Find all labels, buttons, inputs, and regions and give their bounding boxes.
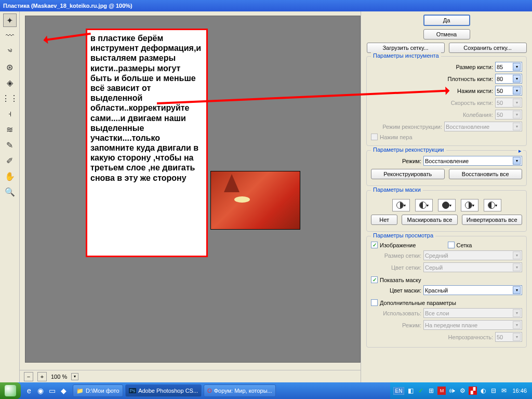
tray-icon-6[interactable]: ◐ [479, 387, 487, 395]
mask-invert-icon[interactable]: ▾ [484, 199, 501, 211]
bloat-tool[interactable]: ◈ [3, 76, 17, 89]
mask-color-combo[interactable]: Красный▾ [423, 285, 522, 295]
show-mesh-label: Сетка [457, 242, 523, 248]
mode2-label: Режим: [371, 322, 421, 328]
mask-add-icon[interactable]: ▾ [415, 199, 433, 211]
mirror-tool[interactable]: ⫞ [3, 107, 17, 121]
recon-mode2-label: Режим: [371, 158, 421, 164]
tool-column: ✦ 〰 ༄ ⊛ ◈ ⋮⋮ ⫞ ≋ ✎ ✐ ✋ 🔍 [0, 11, 20, 382]
reconstruct-button[interactable]: Реконструировать [371, 169, 445, 179]
push-left-tool[interactable]: ⋮⋮ [3, 91, 17, 105]
tray-icon-7[interactable]: ⊟ [489, 387, 498, 395]
opacity-combo: 50▾ [495, 332, 522, 342]
thaw-mask-tool[interactable]: ✐ [3, 154, 17, 167]
forward-warp-tool[interactable]: ✦ [3, 14, 17, 27]
windows-logo-icon [5, 385, 16, 396]
brush-pressure-combo[interactable]: 50▾ [495, 86, 522, 96]
brush-size-combo[interactable]: 85▾ [495, 62, 522, 72]
mask-replace-icon[interactable]: ▾ [392, 199, 410, 211]
additional-check[interactable] [371, 299, 378, 306]
zoom-in-icon[interactable]: + [37, 372, 47, 381]
ps-icon: Ps [129, 388, 137, 393]
recon-options-group: Параметры реконструкции ▸ Режим:Восстано… [366, 150, 527, 186]
twirl-tool[interactable]: ༄ [3, 45, 17, 58]
opacity-label: Непрозрачность: [371, 334, 493, 340]
ie-icon[interactable]: e [24, 384, 34, 397]
turbulence-label: Колебания: [371, 112, 493, 118]
arrow-to-tool [44, 33, 91, 41]
hand-tool[interactable]: ✋ [3, 169, 17, 183]
language-indicator[interactable]: EN [393, 387, 405, 395]
cancel-button[interactable]: Отмена [423, 29, 470, 39]
task-browser[interactable]: OФорум: Мир, которы... [204, 384, 276, 397]
recon-mode-label: Режим реконструкции: [371, 124, 442, 130]
save-mesh-button[interactable]: Сохранить сетку... [449, 43, 527, 53]
restore-all-button[interactable]: Восстановить все [449, 169, 523, 179]
task-explorer[interactable]: 📁D:\Мои фото [73, 384, 123, 397]
mask-color-label: Цвет маски: [371, 287, 421, 294]
use-label: Использовать: [371, 310, 421, 316]
clock[interactable]: 16:46 [510, 388, 529, 394]
quick-launch: e ◉ ▭ ◆ [21, 384, 72, 397]
tray-icon-2[interactable]: ✓ [417, 387, 425, 395]
brush-density-combo[interactable]: 80▾ [495, 74, 522, 84]
recon-play-icon[interactable]: ▸ [517, 148, 523, 154]
freeze-mask-tool[interactable]: ✎ [3, 138, 17, 152]
show-image-check[interactable]: ✓ [371, 242, 378, 248]
pucker-tool[interactable]: ⊛ [3, 60, 17, 74]
load-mesh-button[interactable]: Загрузить сетку... [367, 43, 445, 53]
canvas-zone: в пластике берём инструмент деформация,и… [20, 11, 361, 382]
mask-none-button[interactable]: Нет [371, 215, 397, 225]
main-area: ✦ 〰 ༄ ⊛ ◈ ⋮⋮ ⫞ ≋ ✎ ✐ ✋ 🔍 в пластике берё… [0, 11, 532, 382]
taskbar: e ◉ ▭ ◆ 📁D:\Мои фото PsAdobe Photoshop C… [0, 382, 532, 399]
pen-pressure-label: Нажим пера [380, 134, 522, 140]
media-icon[interactable]: ◉ [35, 384, 46, 397]
pen-pressure-check [371, 134, 378, 140]
brush-density-label: Плотность кисти: [371, 76, 493, 82]
reconstruct-tool[interactable]: 〰 [3, 29, 17, 43]
tool-options-title: Параметры инструмента [371, 52, 441, 59]
options-panel: Да Отмена Загрузить сетку... Сохранить с… [361, 11, 532, 382]
tray-icon-m[interactable]: M [437, 387, 446, 395]
annotation-text: в пластике берём инструмент деформация,и… [90, 33, 203, 183]
desktop-icon[interactable]: ▭ [47, 384, 57, 397]
tray-icon-1[interactable]: ◧ [406, 387, 415, 395]
zoom-dropdown-icon[interactable]: ▾ [71, 373, 78, 380]
zoom-tool[interactable]: 🔍 [3, 185, 17, 198]
tray-icon-4[interactable]: 🕪 [448, 387, 456, 395]
tray-icon-3[interactable]: ⊞ [427, 387, 435, 395]
titlebar: Пластика (Maskaev_18_koteiko.ru.jpg @ 10… [0, 0, 532, 11]
mask-all-button[interactable]: Маскировать все [402, 215, 457, 225]
brush-rate-label: Скорость кисти: [371, 100, 493, 106]
start-button[interactable] [0, 382, 21, 399]
show-mask-check[interactable]: ✓ [371, 276, 378, 283]
tool-options-group: Параметры инструмента Размер кисти:85▾ П… [366, 56, 527, 146]
mask-subtract-icon[interactable]: ▾ [438, 199, 456, 211]
mask-intersect-icon[interactable]: ▾ [461, 199, 478, 211]
tray-icon-avira[interactable]: ▞ [469, 387, 477, 395]
turbulence-tool[interactable]: ≋ [3, 123, 17, 136]
mesh-color-label: Цвет сетки: [371, 264, 421, 271]
opera-icon: O [207, 388, 212, 394]
mask-options-title: Параметры маски [371, 187, 423, 193]
view-options-title: Параметры просмотра [371, 232, 435, 238]
mode2-combo: На переднем плане▾ [423, 320, 522, 330]
system-tray: EN ◧ ✓ ⊞ M 🕪 ⚙ ▞ ◐ ⊟ ✉ 16:46 [390, 382, 532, 399]
app-icon[interactable]: ◆ [58, 384, 69, 397]
mask-invert-button[interactable]: Инвертировать все [462, 215, 522, 225]
zoom-value: 100 % [51, 374, 67, 380]
recon-mode2-combo[interactable]: Восстановление▾ [423, 156, 522, 166]
show-image-label: Изображение [380, 242, 446, 248]
turbulence-combo: 50▾ [495, 110, 522, 119]
canvas[interactable]: в пластике берём инструмент деформация,и… [25, 16, 361, 363]
show-mesh-check[interactable] [448, 242, 455, 248]
zoom-out-icon[interactable]: − [24, 372, 33, 381]
tray-icon-8[interactable]: ✉ [500, 387, 508, 395]
recon-mode-combo: Восстановление▾ [444, 122, 522, 131]
task-photoshop[interactable]: PsAdobe Photoshop CS... [125, 384, 202, 397]
folder-icon: 📁 [76, 388, 84, 394]
brush-size-label: Размер кисти: [371, 64, 493, 70]
ok-button[interactable]: Да [423, 15, 470, 26]
tray-icon-5[interactable]: ⚙ [458, 387, 467, 395]
document-image [210, 171, 300, 230]
